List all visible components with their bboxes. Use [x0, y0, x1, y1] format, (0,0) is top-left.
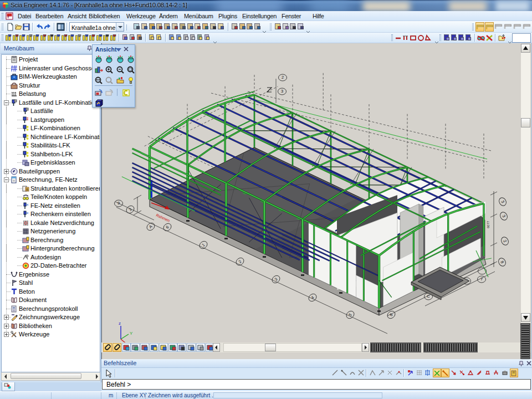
svg-text:B: B: [26, 188, 28, 191]
svg-text:C: C: [427, 294, 430, 299]
svg-text:6077: 6077: [487, 221, 490, 228]
svg-text:9: 9: [117, 201, 120, 206]
svg-text:z: z: [119, 321, 121, 326]
svg-text:2: 2: [282, 75, 284, 80]
svg-text:Y: Y: [130, 331, 133, 336]
svg-text:ff: ff: [7, 15, 9, 19]
svg-text:7: 7: [480, 277, 483, 282]
svg-text:3: 3: [281, 89, 283, 94]
